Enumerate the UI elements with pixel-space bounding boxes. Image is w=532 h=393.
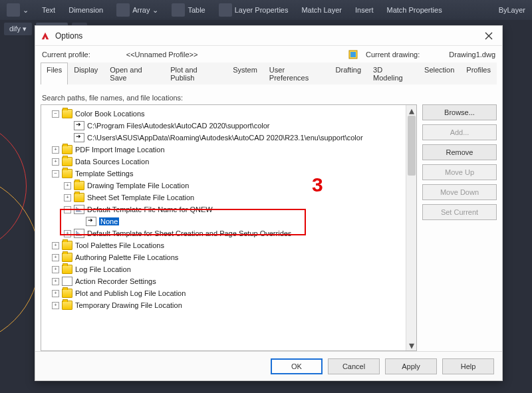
move-up-button[interactable]: Move Up: [422, 164, 497, 180]
expand-icon[interactable]: +: [64, 194, 71, 201]
add-button[interactable]: Add...: [422, 124, 497, 140]
tree-node-label: C:\Users\ASUS\AppData\Roaming\Autodesk\A…: [87, 134, 363, 142]
tree-scrollbar[interactable]: ▴ ▾: [406, 105, 416, 350]
tree-node[interactable]: +Drawing Template File Location: [43, 180, 404, 192]
expand-icon[interactable]: +: [52, 242, 59, 249]
tree-node[interactable]: +Temporary Drawing File Location: [43, 299, 404, 311]
tree-node[interactable]: −Default Template File Name for QNEW: [43, 203, 404, 215]
current-profile-label: Current profile:: [42, 51, 90, 59]
set-current-button[interactable]: Set Current: [422, 204, 497, 220]
tab-user-preferences[interactable]: User Preferences: [263, 63, 330, 84]
tree-node[interactable]: +Sheet Set Template File Location: [43, 192, 404, 203]
current-profile-value: <<Unnamed Profile>>: [126, 51, 198, 59]
tree-node[interactable]: −Color Book Locations: [43, 108, 404, 120]
tab-3d-modeling[interactable]: 3D Modeling: [367, 63, 418, 84]
tree-node-label: C:\Program Files\Autodesk\AutoCAD 2020\s…: [87, 122, 270, 130]
ribbon-insert: Insert: [355, 6, 374, 14]
current-drawing-value: Drawing1.dwg: [449, 51, 495, 59]
folder-icon: [62, 301, 72, 310]
tree-node[interactable]: +Default Template for Sheet Creation and…: [43, 227, 404, 239]
expand-icon[interactable]: +: [52, 146, 59, 154]
tree-node[interactable]: +Plot and Publish Log File Location: [43, 287, 404, 299]
app-ribbon: ⌄ Text Dimension Array⌄ Table Layer Prop…: [0, 0, 532, 20]
ribbon-bylayer: ByLayer: [499, 6, 525, 14]
folder-icon: [74, 193, 84, 202]
collapse-icon[interactable]: −: [52, 170, 59, 178]
expand-icon[interactable]: +: [64, 182, 71, 190]
expander-spacer: [76, 218, 83, 225]
tree-node[interactable]: None: [43, 215, 404, 227]
expand-icon[interactable]: +: [52, 254, 59, 261]
drawing-icon: [348, 50, 358, 59]
expand-icon[interactable]: +: [52, 290, 59, 297]
ribbon-text: Text: [42, 6, 55, 14]
tree-node[interactable]: C:\Users\ASUS\AppData\Roaming\Autodesk\A…: [43, 132, 404, 144]
section-label: Search paths, file names, and file locat…: [42, 94, 495, 102]
tab-profiles[interactable]: Profiles: [460, 63, 497, 84]
tree-container: −Color Book LocationsC:\Program Files\Au…: [41, 104, 417, 351]
folder-icon: [62, 109, 72, 118]
expand-icon[interactable]: +: [64, 230, 71, 237]
tree-node-label: Sheet Set Template File Location: [87, 194, 194, 201]
ribbon-array: Array⌄: [116, 3, 158, 17]
ok-button[interactable]: OK: [271, 358, 323, 374]
paths-tree[interactable]: −Color Book LocationsC:\Program Files\Au…: [41, 105, 406, 350]
profile-row: Current profile: <<Unnamed Profile>> Cur…: [35, 46, 502, 62]
tree-node[interactable]: C:\Program Files\Autodesk\AutoCAD 2020\s…: [43, 120, 404, 132]
browse-button[interactable]: Browse...: [422, 104, 497, 120]
close-button[interactable]: [481, 28, 497, 44]
app-logo-icon: [41, 31, 50, 41]
help-button[interactable]: Help: [442, 358, 494, 374]
path-arrow-icon: [86, 217, 96, 226]
tab-plot-and-publish[interactable]: Plot and Publish: [164, 63, 227, 84]
expand-icon[interactable]: +: [52, 302, 59, 309]
move-down-button[interactable]: Move Down: [422, 184, 497, 200]
close-icon: [485, 32, 493, 40]
tree-node[interactable]: +Tool Palettes File Locations: [43, 239, 404, 251]
folder-icon: [62, 289, 72, 298]
scroll-thumb[interactable]: [408, 116, 416, 176]
expand-icon[interactable]: +: [52, 266, 59, 273]
tree-node-label: Temporary Drawing File Location: [75, 301, 182, 309]
ribbon-matchlayer: Match Layer: [301, 6, 342, 14]
apply-button[interactable]: Apply: [385, 358, 437, 374]
tab-display[interactable]: Display: [68, 63, 104, 84]
tree-node[interactable]: +Log File Location: [43, 263, 404, 275]
tree-node-label: Plot and Publish Log File Location: [75, 289, 186, 297]
tree-node[interactable]: +Data Sources Location: [43, 156, 404, 168]
tree-node[interactable]: −Template Settings: [43, 168, 404, 180]
tab-system[interactable]: System: [227, 63, 263, 84]
scroll-up-icon[interactable]: ▴: [406, 105, 417, 116]
collapse-icon[interactable]: −: [64, 206, 71, 213]
dialog-titlebar: Options: [35, 26, 502, 46]
modify-dropdown[interactable]: dify ▾: [4, 23, 32, 35]
tree-node-label: Default Template for Sheet Creation and …: [87, 229, 291, 237]
side-button-column: Browse... Add... Remove Move Up Move Dow…: [422, 104, 497, 351]
scroll-down-icon[interactable]: ▾: [406, 340, 417, 350]
remove-button[interactable]: Remove: [422, 144, 497, 160]
collapse-icon[interactable]: −: [52, 110, 59, 118]
tab-open-and-save[interactable]: Open and Save: [104, 63, 164, 84]
cancel-button[interactable]: Cancel: [328, 358, 380, 374]
expand-icon[interactable]: +: [52, 278, 59, 285]
tree-node-label: Action Recorder Settings: [75, 277, 156, 285]
ribbon-dimension: Dimension: [68, 6, 103, 14]
dialog-title: Options: [55, 31, 82, 41]
tree-node[interactable]: +PDF Import Image Location: [43, 144, 404, 156]
tree-node-label: Color Book Locations: [75, 110, 145, 118]
tab-files[interactable]: Files: [41, 63, 68, 84]
tree-node-label: PDF Import Image Location: [75, 146, 165, 154]
tree-node-label: Template Settings: [75, 170, 133, 178]
tab-drafting[interactable]: Drafting: [330, 63, 368, 84]
tab-selection[interactable]: Selection: [418, 63, 460, 84]
tree-node[interactable]: +Action Recorder Settings: [43, 275, 404, 287]
tree-node-label: Default Template File Name for QNEW: [87, 205, 213, 213]
tree-node-label: Tool Palettes File Locations: [75, 241, 164, 249]
expander-spacer: [64, 134, 71, 142]
ribbon-table: Table: [172, 3, 205, 17]
folder-icon: [62, 157, 72, 166]
folder-icon: [62, 241, 72, 250]
expand-icon[interactable]: +: [52, 158, 59, 166]
tree-node[interactable]: +Authoring Palette File Locations: [43, 251, 404, 263]
tree-node-label: Log File Location: [75, 265, 131, 273]
